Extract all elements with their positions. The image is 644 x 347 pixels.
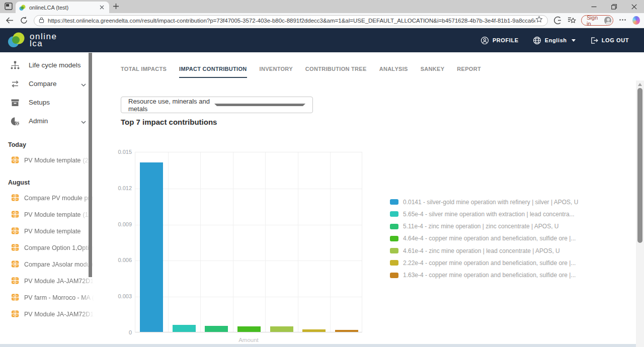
pv-module-icon [11,260,19,268]
bookmark-star-icon[interactable] [535,16,543,25]
sidebar-item-label: Setups [29,99,50,106]
new-tab-button[interactable] [113,3,121,11]
bar-chart: 00.0030.0060.0090.0120.015 Amount [115,152,366,347]
legend-label: 0.0141 - silver-gold mine operation with… [403,199,578,206]
profile-label: PROFILE [493,37,519,43]
tab-impact-contribution[interactable]: IMPACT CONTRIBUTION [179,66,247,78]
gridline [135,261,362,261]
history-item-label: Compare PV module pro [24,195,94,202]
impact-category-select[interactable]: Resource use, minerals and metals [121,97,313,113]
tab-total-impacts[interactable]: TOTAL IMPACTS [121,66,167,78]
legend-item[interactable]: 4.64e-4 - copper mine operation and bene… [390,235,578,242]
history-item[interactable]: PV Module JA-JAM72D1 [0,305,95,322]
legend-item[interactable]: 1.63e-4 - copper mine operation and bene… [390,272,578,279]
chart-plot-area [135,152,362,332]
sidebar-item-label: Compare [29,80,57,88]
logout-button[interactable]: LOG OUT [590,36,629,45]
legend-item[interactable]: 2.22e-4 - copper mine operation and bene… [390,259,578,266]
history-item-label-wrap: PV Module template [24,226,95,235]
gridline [330,152,331,332]
url-bar[interactable]: https://test.onlinelca.greendelta.com/re… [34,15,548,26]
sidebar-item-setups[interactable]: Setups [0,93,95,112]
window-controls [584,0,644,13]
y-tick-label: 0.003 [115,293,132,299]
legend-swatch [390,248,398,253]
sidebar-scrollbar-thumb[interactable] [89,53,92,277]
page-scrollbar-thumb[interactable] [637,88,642,243]
close-button[interactable] [624,0,644,13]
chevron-down-icon [572,39,576,42]
sign-in-button[interactable]: Sign in [581,15,613,26]
chart-bar [270,326,293,332]
tab-sankey[interactable]: SANKEY [421,66,445,78]
history-item-label: PV Module template [24,211,81,218]
pv-module-icon [11,194,19,202]
tab-report[interactable]: REPORT [457,66,481,78]
restore-button[interactable] [604,0,624,13]
legend-swatch [390,236,398,241]
browser-tab[interactable]: onlineLCA (test) [16,2,109,13]
language-select[interactable]: English [533,36,576,45]
sidebar-item-compare[interactable]: Compare [0,74,95,93]
legend-swatch [390,199,398,205]
result-tabs: TOTAL IMPACTSIMPACT CONTRIBUTIONINVENTOR… [121,66,481,78]
favorites-hub-icon[interactable] [568,16,576,25]
legend-item[interactable]: 5.11e-4 - zinc mine operation | zinc con… [390,223,578,230]
chart-bar [140,162,163,332]
chart-bar [173,325,196,332]
history-item[interactable]: Compare JAsolar module [0,255,95,272]
lock-icon[interactable] [39,16,44,25]
y-tick-label: 0.006 [115,257,132,263]
history-item-label-wrap: Compare Option 1,Option [24,243,95,252]
chevron-down-icon [80,118,87,124]
history-item[interactable]: PV Module template [0,222,95,239]
legend-label: 5.11e-4 - zinc mine operation | zinc con… [403,223,559,230]
legend-item[interactable]: 0.0141 - silver-gold mine operation with… [390,199,578,205]
legend-item[interactable]: 5.65e-4 - silver mine operation with ext… [390,211,578,217]
tab-analysis[interactable]: ANALYSIS [379,66,408,78]
browser-essentials-icon[interactable] [553,16,562,25]
history-item[interactable]: PV Module template(2) [0,151,95,168]
back-icon[interactable] [6,16,14,25]
archive-icon [10,98,20,108]
chart-x-axis-label: Amount [135,337,362,343]
logout-icon [590,36,598,45]
history-item[interactable]: Compare PV module pro [0,189,95,206]
pv-module-icon [11,277,19,285]
tab-close-icon[interactable] [98,4,106,12]
profile-button[interactable]: PROFILE [480,36,519,45]
tab-contribution-tree[interactable]: CONTRIBUTION TREE [305,66,367,78]
chevron-down-icon [80,81,87,87]
brand-name: online lca [30,33,57,47]
history-item[interactable]: PV farm - Morroco - MA ( [0,289,95,305]
legend-swatch [390,260,398,266]
minimize-button[interactable] [584,0,604,13]
sidebar-item-life-cycle-models[interactable]: Life cycle models [0,56,95,74]
select-caret-icon [214,104,305,106]
scrollbar-up-icon[interactable] [638,83,642,86]
chart-legend: 0.0141 - silver-gold mine operation with… [390,199,578,284]
tab-inventory[interactable]: INVENTORY [260,66,293,78]
legend-item[interactable]: 4.61e-4 - zinc mine operation | lead con… [390,247,578,254]
copilot-icon[interactable] [632,16,640,25]
history-item[interactable]: Compare Option 1,Option [0,239,95,255]
legend-label: 5.65e-4 - silver mine operation with ext… [403,211,575,218]
history-item[interactable]: PV Module JA-JAM72D1 [0,272,95,289]
y-tick-label: 0.015 [115,149,132,155]
brand-logo-icon [7,32,26,49]
gridline [135,297,362,297]
workspaces-icon[interactable] [5,3,13,11]
y-tick-label: 0 [115,329,132,335]
legend-swatch [390,273,398,278]
browser-window: onlineLCA (test) https://test.onlinelca.… [0,0,644,347]
url-input[interactable]: https://test.onlinelca.greendelta.com/re… [48,18,535,24]
tab-title: onlineLCA (test) [29,5,98,11]
history-item[interactable]: PV Module template(1) [0,206,95,222]
sidebar-item-admin[interactable]: Admin [0,112,95,130]
main-panel: TOTAL IMPACTSIMPACT CONTRIBUTIONINVENTOR… [95,52,636,347]
legend-swatch [390,211,398,217]
history-item-label: PV Module template [24,228,81,235]
refresh-icon[interactable] [20,16,28,25]
more-options-icon[interactable] [619,16,627,25]
gridline [298,152,298,332]
